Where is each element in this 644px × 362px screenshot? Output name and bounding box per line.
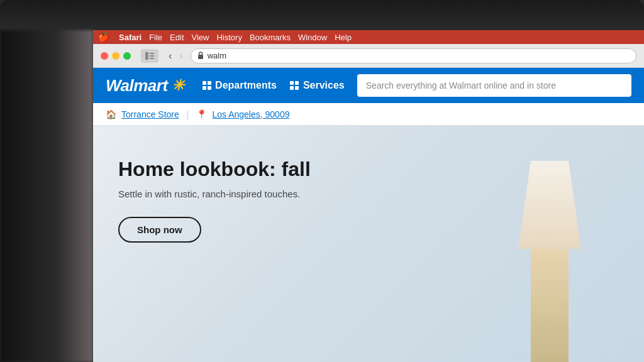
- services-label: Services: [303, 80, 345, 91]
- walmart-spark-icon: ✳: [172, 77, 184, 94]
- laptop-top-frame: [0, 0, 644, 30]
- hero-background: [341, 126, 644, 362]
- store-bar-divider: |: [187, 109, 189, 119]
- walmart-navbar: Walmart ✳ Departments Ser: [93, 68, 644, 103]
- screen: 🍎 Safari File Edit View History Bookmark…: [93, 30, 644, 362]
- address-bar[interactable]: walm: [191, 48, 636, 63]
- svg-rect-3: [150, 58, 154, 59]
- menu-history[interactable]: History: [216, 33, 242, 42]
- menu-help[interactable]: Help: [335, 33, 352, 42]
- departments-label: Departments: [215, 80, 277, 91]
- browser-chrome: ‹ › walm: [93, 44, 644, 68]
- laptop-left-frame: [0, 30, 93, 362]
- hero-subtitle: Settle in with rustic, ranch-inspired to…: [118, 189, 311, 199]
- hero-content: Home lookbook: fall Settle in with rusti…: [93, 126, 336, 362]
- walmart-logo[interactable]: Walmart ✳: [106, 76, 184, 96]
- services-icon: [289, 80, 299, 90]
- svg-rect-4: [198, 55, 203, 59]
- address-text: walm: [208, 51, 226, 60]
- menu-safari[interactable]: Safari: [119, 33, 142, 42]
- hero-title: Home lookbook: fall: [118, 157, 311, 181]
- svg-rect-8: [295, 86, 299, 90]
- menu-edit[interactable]: Edit: [170, 33, 184, 42]
- svg-rect-0: [145, 52, 148, 60]
- svg-rect-2: [150, 55, 154, 57]
- lamp-base-decoration: [531, 249, 569, 362]
- services-nav-link[interactable]: Services: [289, 80, 345, 91]
- search-placeholder: Search everything at Walmart online and …: [366, 80, 556, 90]
- departments-grid-icon: [203, 81, 211, 90]
- search-bar[interactable]: Search everything at Walmart online and …: [357, 74, 631, 97]
- walmart-site: Walmart ✳ Departments Ser: [93, 68, 644, 362]
- svg-rect-6: [295, 81, 299, 85]
- forward-button[interactable]: ›: [177, 50, 185, 62]
- maximize-button[interactable]: [123, 52, 131, 60]
- walmart-logo-text: Walmart: [106, 76, 168, 96]
- close-button[interactable]: [101, 52, 108, 60]
- svg-rect-1: [150, 53, 154, 54]
- menu-file[interactable]: File: [149, 33, 162, 42]
- menu-window[interactable]: Window: [298, 33, 327, 42]
- menu-bookmarks[interactable]: Bookmarks: [250, 33, 291, 42]
- lock-icon: [197, 52, 204, 60]
- store-bar: 🏠 Torrance Store | 📍 Los Angeles, 90009: [93, 103, 644, 126]
- svg-rect-7: [290, 86, 294, 90]
- traffic-lights: [101, 52, 131, 60]
- sidebar-toggle[interactable]: [141, 49, 158, 63]
- menu-view[interactable]: View: [192, 33, 209, 42]
- home-icon: 🏠: [106, 109, 116, 119]
- minimize-button[interactable]: [112, 52, 119, 60]
- apple-logo[interactable]: 🍎: [98, 32, 109, 42]
- departments-nav-link[interactable]: Departments: [203, 80, 277, 91]
- pin-icon: 📍: [196, 109, 207, 119]
- location-link[interactable]: Los Angeles, 90009: [212, 109, 289, 119]
- hero-image-area: [341, 126, 644, 362]
- hero-banner: Home lookbook: fall Settle in with rusti…: [93, 126, 644, 362]
- svg-rect-5: [290, 81, 294, 85]
- store-name-link[interactable]: Torrance Store: [121, 109, 179, 119]
- back-button[interactable]: ‹: [166, 50, 174, 62]
- shop-now-button[interactable]: Shop now: [118, 217, 201, 243]
- macos-menubar: 🍎 Safari File Edit View History Bookmark…: [93, 30, 644, 44]
- nav-buttons: ‹ ›: [166, 50, 186, 62]
- lamp-shade-decoration: [518, 161, 581, 249]
